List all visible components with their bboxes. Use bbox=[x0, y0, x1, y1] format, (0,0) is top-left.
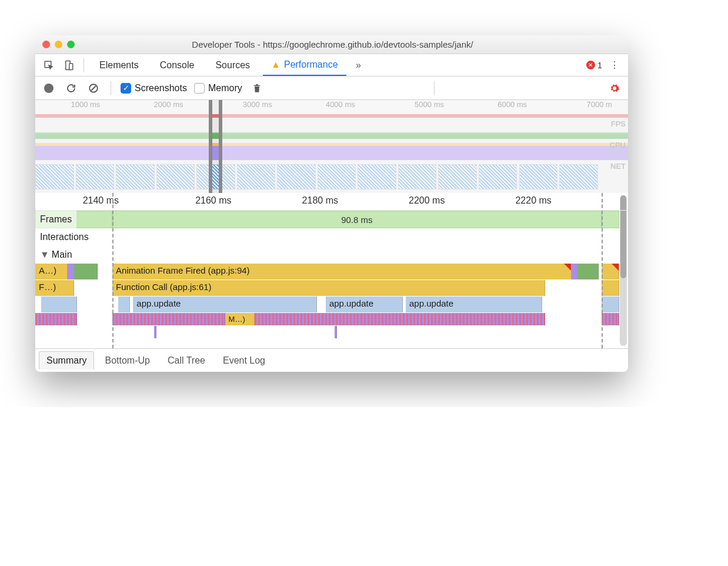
main-track-label: Main bbox=[52, 249, 72, 260]
tab-summary[interactable]: Summary bbox=[39, 351, 94, 369]
performance-controls: ✓Screenshots Memory bbox=[35, 76, 628, 100]
memory-checkbox[interactable]: Memory bbox=[194, 83, 242, 94]
flame-function-call[interactable]: F…) bbox=[35, 280, 74, 296]
flame-app-update[interactable]: app.update bbox=[133, 297, 316, 312]
ruler-tick: 2180 ms bbox=[302, 195, 338, 206]
flame-event[interactable] bbox=[602, 280, 619, 296]
overview-mask-left bbox=[35, 100, 209, 193]
frame-block[interactable] bbox=[602, 211, 619, 228]
error-count: 1 bbox=[597, 60, 602, 70]
clear-icon[interactable] bbox=[86, 81, 101, 96]
warning-icon: ▲ bbox=[271, 59, 280, 70]
flame-function-call[interactable]: Function Call (app.js:61) bbox=[112, 280, 545, 296]
long-task-indicator-icon bbox=[564, 264, 571, 271]
tab-eventlog[interactable]: Event Log bbox=[216, 352, 272, 369]
frame-boundary bbox=[602, 193, 603, 348]
frame-block[interactable]: 90.8 ms bbox=[112, 211, 602, 228]
tab-performance[interactable]: ▲ Performance bbox=[263, 55, 346, 76]
screenshots-checkbox[interactable]: ✓Screenshots bbox=[121, 83, 187, 94]
flame-layout-events[interactable] bbox=[255, 313, 545, 325]
main-track-header[interactable]: ▼Main bbox=[35, 246, 628, 264]
device-toggle-icon[interactable] bbox=[61, 58, 76, 73]
collapse-icon[interactable]: ▼ bbox=[40, 249, 49, 260]
reload-icon[interactable] bbox=[64, 81, 79, 96]
flame-micro-event[interactable] bbox=[335, 326, 337, 338]
frame-duration: 90.8 ms bbox=[341, 215, 372, 225]
flame-app-update[interactable]: app.update bbox=[406, 297, 542, 312]
flame-layout-events[interactable] bbox=[112, 313, 225, 325]
flame-micro-event[interactable] bbox=[154, 326, 156, 338]
flame-app-update[interactable] bbox=[41, 297, 76, 312]
main-flamechart[interactable]: A…) Animation Frame Fired (app.js:94) F…… bbox=[35, 264, 628, 348]
svg-rect-2 bbox=[69, 64, 73, 70]
separator bbox=[111, 81, 111, 95]
window-title: Developer Tools - https://googlechrome.g… bbox=[44, 39, 621, 49]
main-toolbar: Elements Console Sources ▲ Performance »… bbox=[35, 54, 628, 76]
interactions-track-label[interactable]: Interactions bbox=[35, 228, 628, 246]
flamechart-panel[interactable]: 2140 ms 2160 ms 2180 ms 2200 ms 2220 ms … bbox=[35, 193, 628, 348]
footer-tabs: Summary Bottom-Up Call Tree Event Log bbox=[35, 348, 628, 372]
flame-minor-gc[interactable]: M…) bbox=[225, 313, 255, 325]
tab-sources[interactable]: Sources bbox=[207, 55, 258, 75]
tab-calltree[interactable]: Call Tree bbox=[161, 352, 212, 369]
error-icon: ✕ bbox=[586, 61, 595, 69]
frame-boundary bbox=[112, 193, 113, 348]
error-badge[interactable]: ✕ 1 bbox=[586, 60, 602, 70]
memory-label: Memory bbox=[208, 83, 242, 94]
kebab-menu-icon[interactable]: ⋮ bbox=[607, 58, 622, 73]
ruler-tick: 2160 ms bbox=[195, 195, 231, 206]
flame-event[interactable] bbox=[602, 297, 619, 312]
flame-event[interactable] bbox=[118, 297, 130, 312]
flame-event[interactable] bbox=[577, 264, 598, 279]
tab-bottomup[interactable]: Bottom-Up bbox=[98, 352, 156, 369]
tab-elements[interactable]: Elements bbox=[91, 55, 147, 75]
inspect-icon[interactable] bbox=[41, 58, 56, 73]
flame-label: Animation Frame Fired (app.js:94) bbox=[116, 265, 250, 275]
flame-layout-events[interactable] bbox=[35, 313, 77, 325]
frames-track-label: Frames bbox=[35, 211, 76, 228]
overview-handle-left[interactable] bbox=[209, 100, 212, 193]
flame-animation-frame[interactable]: Animation Frame Fired (app.js:94) bbox=[112, 264, 572, 279]
overview-panel[interactable]: 1000 ms 2000 ms 3000 ms 4000 ms 5000 ms … bbox=[35, 100, 628, 193]
record-button[interactable] bbox=[41, 81, 56, 96]
settings-gear-icon[interactable] bbox=[607, 81, 622, 96]
overview-mask-right bbox=[222, 100, 628, 193]
frames-track[interactable]: Frames 90.8 ms bbox=[35, 211, 628, 228]
flame-event[interactable] bbox=[74, 264, 98, 279]
tab-performance-label: Performance bbox=[284, 59, 338, 70]
checkbox-checked-icon: ✓ bbox=[121, 83, 131, 94]
flame-event[interactable] bbox=[602, 264, 619, 279]
more-tabs-icon[interactable]: » bbox=[351, 58, 366, 73]
ruler-tick: 2200 ms bbox=[409, 195, 445, 206]
ruler-tick: 2220 ms bbox=[515, 195, 551, 206]
flame-layout-events[interactable] bbox=[602, 313, 619, 325]
flame-app-update[interactable]: app.update bbox=[326, 297, 403, 312]
long-task-indicator-icon bbox=[612, 264, 619, 271]
screenshots-label: Screenshots bbox=[135, 83, 187, 94]
devtools-window: Developer Tools - https://googlechrome.g… bbox=[35, 35, 628, 372]
separator bbox=[84, 58, 84, 72]
separator bbox=[434, 81, 435, 95]
window-titlebar: Developer Tools - https://googlechrome.g… bbox=[35, 35, 628, 54]
flame-animation-frame[interactable]: A…) bbox=[35, 264, 68, 279]
trash-icon[interactable] bbox=[249, 81, 265, 96]
checkbox-icon bbox=[194, 83, 205, 94]
tab-console[interactable]: Console bbox=[152, 55, 203, 75]
detail-ruler[interactable]: 2140 ms 2160 ms 2180 ms 2200 ms 2220 ms bbox=[35, 193, 628, 211]
